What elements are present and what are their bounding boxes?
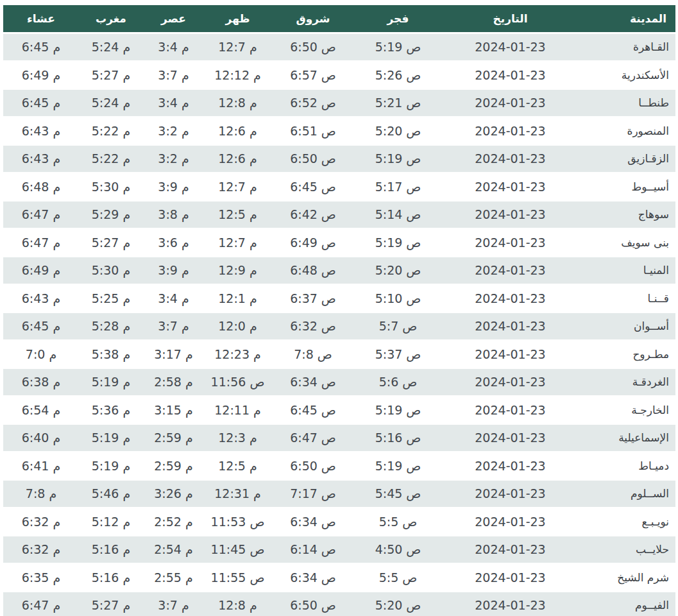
cell-dhuhr: 12:23 م — [204, 340, 271, 368]
cell-dhuhr: 12:0 م — [204, 312, 271, 341]
cell-maghrib: 5:19 م — [79, 452, 143, 480]
time-value-dhuhr: 12:5 م — [218, 459, 257, 473]
cell-date: 2024-01-23 — [441, 563, 579, 592]
cell-asr: 2:58 م — [143, 368, 204, 397]
time-value-dhuhr: 12:23 م — [214, 347, 261, 361]
cell-asr: 3:9 م — [143, 257, 204, 285]
cell-isha: 6:47 م — [3, 592, 79, 616]
cell-asr: 3:7 م — [143, 61, 204, 89]
cell-city: طنطــا — [579, 89, 675, 117]
cell-date: 2024-01-23 — [441, 312, 579, 341]
column-header-dhuhr: ظهر — [204, 5, 271, 33]
cell-isha: 6:32 م — [3, 536, 79, 564]
time-value-sunrise: 6:57 ص — [290, 68, 336, 82]
time-value-isha: 6:47 م — [22, 598, 60, 612]
cell-fajr: 5:16 ص — [355, 424, 441, 452]
cell-maghrib: 5:30 م — [79, 257, 143, 285]
cell-dhuhr: 12:3 م — [204, 424, 271, 452]
cell-date: 2024-01-23 — [441, 228, 579, 257]
time-value-fajr: 5:19 ص — [375, 151, 421, 166]
cell-isha: 6:49 م — [3, 61, 79, 89]
cell-maghrib: 5:36 م — [79, 396, 143, 424]
cell-sunrise: 6:52 ص — [271, 89, 355, 117]
time-value-fajr: 5:20 ص — [375, 263, 421, 277]
table-row: المنيـا2024-01-235:20 ص6:48 ص12:9 م3:9 م… — [3, 257, 675, 285]
cell-asr: 2:59 م — [143, 424, 204, 452]
time-value-asr: 3:4 م — [158, 96, 189, 110]
cell-asr: 3:15 م — [143, 396, 204, 424]
cell-maghrib: 5:24 م — [79, 89, 143, 117]
cell-date: 2024-01-23 — [441, 536, 579, 564]
cell-fajr: 5:26 ص — [355, 61, 441, 89]
cell-date: 2024-01-23 — [441, 173, 579, 201]
time-value-maghrib: 5:29 م — [92, 207, 130, 221]
time-value-fajr: 4:50 ص — [375, 542, 421, 556]
cell-date: 2024-01-23 — [441, 424, 579, 452]
cell-maghrib: 5:29 م — [79, 201, 143, 229]
cell-isha: 6:43 م — [3, 145, 79, 173]
time-value-asr: 3:2 م — [158, 124, 189, 138]
table-row: الغردقـة2024-01-235:6 ص6:34 ص11:56 ص2:58… — [3, 368, 675, 397]
time-value-dhuhr: 12:5 م — [218, 207, 257, 221]
cell-city: مطـروح — [579, 340, 675, 368]
cell-city: الســلوم — [579, 480, 675, 508]
time-value-maghrib: 5:24 م — [92, 40, 130, 54]
cell-sunrise: 7:17 ص — [271, 480, 355, 508]
time-value-fajr: 5:10 ص — [375, 291, 421, 305]
column-header-date: التاريخ — [441, 5, 579, 33]
cell-sunrise: 6:48 ص — [271, 257, 355, 285]
time-value-isha: 6:47 م — [22, 207, 60, 221]
cell-city: المنصورة — [579, 117, 675, 145]
time-value-asr: 3:15 م — [154, 403, 192, 417]
cell-dhuhr: 12:12 م — [204, 61, 271, 89]
time-value-maghrib: 5:19 م — [92, 375, 130, 389]
cell-date: 2024-01-23 — [441, 452, 579, 480]
time-value-maghrib: 5:30 م — [92, 180, 130, 194]
time-value-asr: 3:7 م — [158, 68, 189, 82]
cell-dhuhr: 12:7 م — [204, 173, 271, 201]
time-value-asr: 2:59 م — [154, 431, 192, 445]
time-value-maghrib: 5:46 م — [92, 486, 130, 501]
time-value-isha: 7:8 م — [26, 486, 56, 501]
cell-sunrise: 6:34 ص — [271, 368, 355, 397]
cell-fajr: 5:20 ص — [355, 117, 441, 145]
time-value-fajr: 5:26 ص — [375, 68, 421, 82]
time-value-asr: 2:52 م — [154, 515, 192, 529]
time-value-asr: 3:26 م — [154, 486, 192, 501]
time-value-dhuhr: 12:0 م — [218, 319, 257, 333]
cell-dhuhr: 12:31 م — [204, 480, 271, 508]
cell-asr: 3:4 م — [143, 33, 204, 62]
cell-date: 2024-01-23 — [441, 284, 579, 312]
time-value-asr: 2:59 م — [154, 459, 192, 473]
cell-asr: 3:7 م — [143, 592, 204, 616]
time-value-asr: 2:58 م — [154, 375, 192, 389]
time-value-fajr: 5:17 ص — [375, 180, 421, 194]
cell-date: 2024-01-23 — [441, 257, 579, 285]
time-value-isha: 6:38 م — [22, 375, 60, 389]
table-row: أســوان2024-01-235:7 ص6:32 ص12:0 م3:7 م5… — [3, 312, 675, 341]
time-value-isha: 6:35 م — [22, 570, 60, 585]
table-row: طنطــا2024-01-235:21 ص6:52 ص12:8 م3:4 م5… — [3, 89, 675, 117]
table-row: أسيــوط2024-01-235:17 ص6:45 ص12:7 م3:9 م… — [3, 173, 675, 201]
prayer-times-table: المدينةالتاريخفجرشروقظهرعصرمغربعشاء القـ… — [3, 5, 675, 616]
time-value-maghrib: 5:30 م — [92, 263, 130, 277]
time-value-dhuhr: 12:1 م — [218, 291, 257, 305]
cell-dhuhr: 12:5 م — [204, 201, 271, 229]
table-header: المدينةالتاريخفجرشروقظهرعصرمغربعشاء — [3, 5, 675, 33]
cell-sunrise: 6:37 ص — [271, 284, 355, 312]
cell-asr: 3:4 م — [143, 89, 204, 117]
column-header-maghrib: مغرب — [79, 5, 143, 33]
time-value-fajr: 5:16 ص — [375, 431, 421, 445]
cell-asr: 3:7 م — [143, 312, 204, 341]
cell-fajr: 4:50 ص — [355, 536, 441, 564]
time-value-maghrib: 5:27 م — [92, 235, 130, 250]
cell-date: 2024-01-23 — [441, 33, 579, 62]
cell-fajr: 5:5 ص — [355, 508, 441, 536]
cell-dhuhr: 12:6 م — [204, 117, 271, 145]
cell-asr: 3:2 م — [143, 145, 204, 173]
cell-city: حلايــب — [579, 536, 675, 564]
time-value-asr: 3:4 م — [158, 291, 189, 305]
cell-fajr: 5:19 ص — [355, 33, 441, 62]
cell-date: 2024-01-23 — [441, 89, 579, 117]
cell-maghrib: 5:19 م — [79, 424, 143, 452]
